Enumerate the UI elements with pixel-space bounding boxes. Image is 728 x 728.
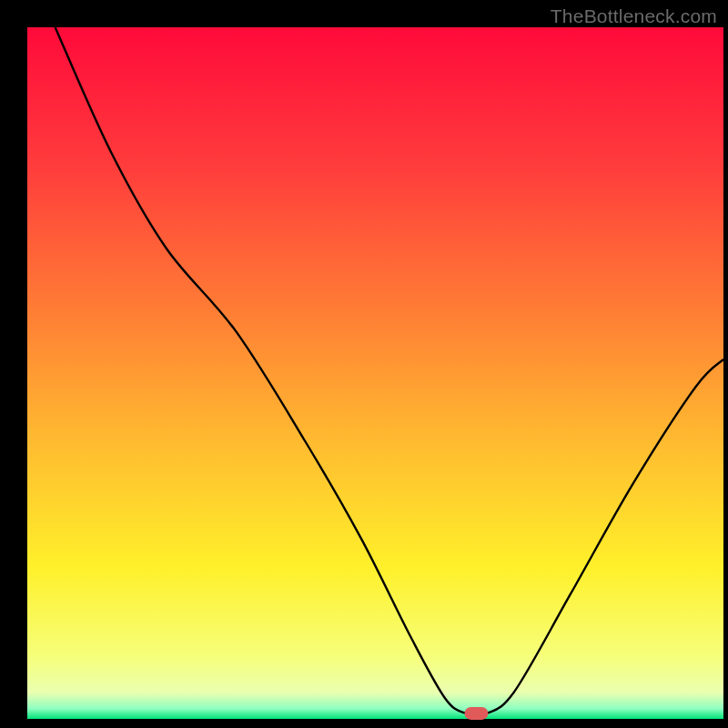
bottleneck-chart xyxy=(0,0,728,728)
optimal-marker xyxy=(464,707,488,720)
watermark-label: TheBottleneck.com xyxy=(551,5,717,27)
gradient-background xyxy=(27,27,723,719)
chart-container: TheBottleneck.com xyxy=(0,0,728,728)
